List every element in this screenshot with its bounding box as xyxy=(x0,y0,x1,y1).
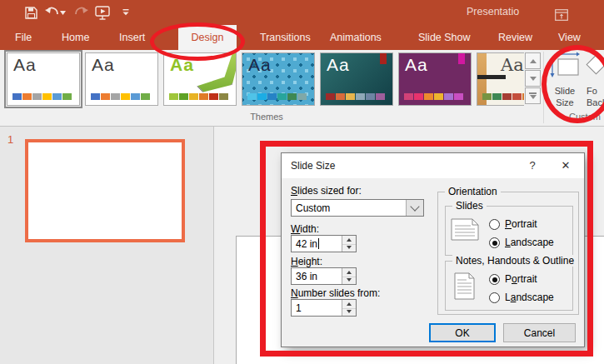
orientation-group: Orientation Slides Portrait Landscape No… xyxy=(437,192,579,315)
portrait-page-icon xyxy=(454,272,475,300)
dropdown-button[interactable] xyxy=(406,200,423,216)
tab-file[interactable]: File xyxy=(12,25,35,50)
ok-button[interactable]: OK xyxy=(429,323,496,342)
gallery-more-button[interactable] xyxy=(525,87,541,104)
more-arrow-icon xyxy=(530,95,537,99)
spin-down-button[interactable] xyxy=(342,308,356,317)
spin-down-button[interactable] xyxy=(342,244,356,252)
theme-integral[interactable]: Aa xyxy=(242,52,315,106)
tab-animations[interactable]: Animations xyxy=(327,25,385,50)
slides-portrait-radio[interactable] xyxy=(489,219,500,230)
theme-swatches xyxy=(247,93,307,100)
theme-office-2[interactable]: Aa xyxy=(85,52,158,106)
tab-review[interactable]: Review xyxy=(495,25,536,50)
tab-insert[interactable]: Insert xyxy=(116,25,148,50)
ribbon-display-options-icon[interactable] xyxy=(552,6,571,24)
number-slides-from-label: Number slides from: xyxy=(291,287,380,299)
up-arrow-icon xyxy=(347,302,352,306)
ion-tag-decoration xyxy=(380,53,387,64)
notes-orientation-group: Notes, Handouts & Outline Portrait Lands… xyxy=(445,261,573,311)
notes-landscape-label: Landscape xyxy=(505,292,554,303)
down-arrow-icon xyxy=(530,77,537,81)
down-arrow-icon xyxy=(347,310,352,313)
up-arrow-icon xyxy=(530,59,537,63)
help-button[interactable]: ? xyxy=(516,153,549,177)
slides-sized-for-value: Custom xyxy=(296,202,330,214)
tab-transitions[interactable]: Transitions xyxy=(257,25,314,50)
tab-home[interactable]: Home xyxy=(58,25,92,50)
down-arrow-icon xyxy=(347,278,352,282)
text-cursor xyxy=(318,238,319,249)
notes-group-label: Notes, Handouts & Outline xyxy=(452,255,577,267)
close-icon[interactable]: ✕ xyxy=(549,153,582,177)
ion-boardroom-tag-decoration xyxy=(458,53,465,64)
dialog-title-bar: Slide Size ? ✕ xyxy=(282,153,584,178)
orientation-label: Orientation xyxy=(445,186,501,197)
customize-group-label: Custom xyxy=(569,112,604,122)
slides-landscape-label: Landscape xyxy=(505,237,554,248)
undo-dropdown-icon[interactable] xyxy=(58,3,67,22)
tab-design[interactable]: Design xyxy=(178,25,237,50)
theme-facet[interactable]: Aa xyxy=(163,52,237,106)
width-spinner xyxy=(342,236,356,252)
slides-sized-for-label: Slides sized for: xyxy=(291,185,362,197)
height-spinner xyxy=(342,268,356,284)
slides-portrait-label: Portrait xyxy=(505,218,537,230)
down-arrow-icon xyxy=(347,246,352,249)
ribbon-design: Aa Aa Aa Aa Aa Aa Aa xyxy=(0,50,604,127)
notes-landscape-radio[interactable] xyxy=(489,292,500,303)
theme-swatches xyxy=(12,93,72,100)
slides-landscape-radio[interactable] xyxy=(489,237,500,248)
slides-orientation-group: Slides Portrait Landscape xyxy=(445,206,573,256)
up-arrow-icon xyxy=(347,271,352,274)
number-slides-from-field[interactable]: 1 xyxy=(291,299,357,317)
ribbon-tab-row: File Home Insert Design Transitions Anim… xyxy=(0,25,604,50)
height-value: 36 in xyxy=(296,271,317,282)
cancel-button[interactable]: Cancel xyxy=(503,323,576,342)
tab-view[interactable]: View xyxy=(555,25,584,50)
theme-ion[interactable]: Aa xyxy=(320,52,393,106)
theme-ion-boardroom[interactable]: Aa xyxy=(398,52,472,106)
width-label: Width: xyxy=(291,223,319,235)
number-slides-from-value: 1 xyxy=(296,302,302,314)
window-title: Presentatio xyxy=(467,6,519,17)
theme-swatches xyxy=(326,93,385,100)
theme-swatches xyxy=(482,93,524,100)
customize-qat-icon[interactable] xyxy=(117,3,135,22)
chevron-down-icon xyxy=(410,202,419,211)
tab-slide-show[interactable]: Slide Show xyxy=(415,25,474,50)
dialog-title: Slide Size xyxy=(291,160,335,172)
gallery-scroll-down-button[interactable] xyxy=(525,70,541,87)
themes-gallery: Aa Aa Aa Aa Aa Aa Aa xyxy=(0,50,524,110)
theme-swatches xyxy=(404,93,463,100)
gallery-scroll-up-button[interactable] xyxy=(525,52,541,69)
theme-swatches xyxy=(91,93,150,100)
width-field[interactable]: 42 in xyxy=(291,235,357,252)
group-separator xyxy=(543,52,544,123)
slides-sized-for-dropdown[interactable]: Custom xyxy=(291,199,424,217)
theme-organic[interactable]: Aa xyxy=(477,52,524,106)
redo-icon[interactable] xyxy=(72,3,90,22)
theme-swatches xyxy=(169,93,228,100)
organic-bar-decoration xyxy=(477,75,506,79)
themes-gallery-scrollbar xyxy=(525,52,541,106)
number-spinner xyxy=(342,300,356,316)
slide-thumbnail-panel: 1 xyxy=(0,127,214,364)
slide-thumbnail[interactable] xyxy=(25,139,185,242)
spin-down-button[interactable] xyxy=(342,277,356,285)
title-bar: Presentatio xyxy=(0,0,604,25)
theme-office[interactable]: Aa xyxy=(7,52,80,106)
slide-size-icon xyxy=(550,52,580,78)
height-field[interactable]: 36 in xyxy=(291,267,357,285)
notes-portrait-label: Portrait xyxy=(505,273,537,285)
slides-group-label: Slides xyxy=(452,200,487,212)
slide-number: 1 xyxy=(7,133,13,146)
height-label: Height: xyxy=(291,256,322,267)
save-icon[interactable] xyxy=(22,3,40,22)
width-value: 42 in xyxy=(296,238,317,250)
start-from-beginning-icon[interactable] xyxy=(93,3,112,22)
themes-group-label: Themes xyxy=(0,112,533,122)
landscape-page-icon xyxy=(451,218,479,241)
notes-portrait-radio[interactable] xyxy=(489,274,500,285)
up-arrow-icon xyxy=(347,238,352,242)
